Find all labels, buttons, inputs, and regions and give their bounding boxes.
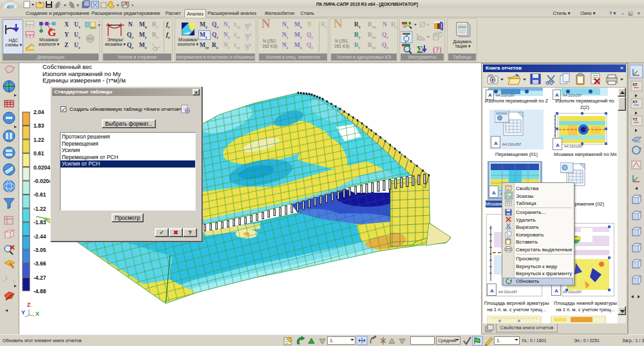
- svg-text:-2.44: -2.44: [33, 233, 46, 240]
- svg-text:0.61: 0.61: [33, 150, 44, 157]
- svg-text:Z: Z: [27, 302, 31, 308]
- svg-text:-1.83: -1.83: [33, 219, 46, 226]
- svg-text:0.0204: 0.0204: [33, 164, 50, 171]
- svg-text:-3.05: -3.05: [33, 247, 46, 253]
- svg-text:-1.22: -1.22: [33, 206, 46, 212]
- svg-text:-3.66: -3.66: [33, 260, 46, 267]
- svg-text:1.22: 1.22: [33, 137, 44, 143]
- svg-text:XY: XY: [632, 100, 638, 104]
- svg-text:-0.61: -0.61: [33, 191, 46, 198]
- svg-text:X: X: [35, 311, 39, 317]
- svg-text:-4.88: -4.88: [33, 288, 46, 294]
- svg-text:1.83: 1.83: [33, 122, 44, 129]
- svg-text:(?): (?): [433, 45, 442, 54]
- svg-text:XZ: XZ: [632, 82, 638, 86]
- svg-text:YZ: YZ: [632, 117, 638, 121]
- svg-text:Y: Y: [21, 309, 25, 316]
- svg-text:2.04: 2.04: [33, 109, 44, 115]
- svg-text:L: L: [5, 274, 8, 281]
- svg-text:-4.27: -4.27: [33, 274, 46, 281]
- svg-text:-0.0204: -0.0204: [33, 178, 52, 184]
- svg-text:G: G: [48, 26, 56, 37]
- svg-text:abc: abc: [90, 26, 97, 30]
